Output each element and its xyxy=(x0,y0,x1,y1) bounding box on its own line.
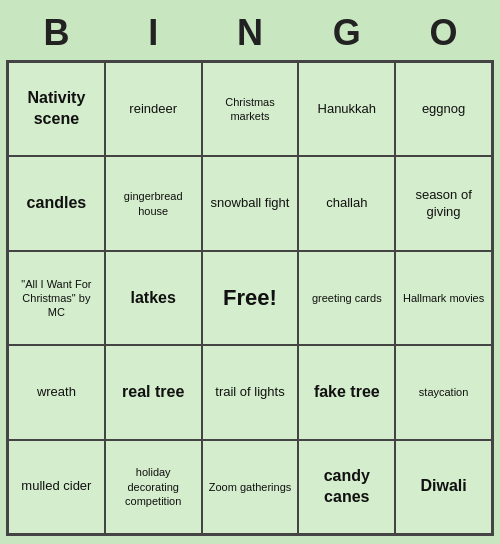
bingo-cell[interactable]: Christmas markets xyxy=(202,62,299,156)
bingo-cell[interactable]: latkes xyxy=(105,251,202,345)
bingo-cell[interactable]: Diwali xyxy=(395,440,492,534)
bingo-cell[interactable]: snowball fight xyxy=(202,156,299,250)
bingo-cell[interactable]: Zoom gatherings xyxy=(202,440,299,534)
bingo-cell[interactable]: reindeer xyxy=(105,62,202,156)
bingo-cell[interactable]: Nativity scene xyxy=(8,62,105,156)
letter-g: G xyxy=(307,12,387,54)
bingo-cell[interactable]: season of giving xyxy=(395,156,492,250)
bingo-cell[interactable]: Free! xyxy=(202,251,299,345)
bingo-cell[interactable]: greeting cards xyxy=(298,251,395,345)
bingo-cell[interactable]: gingerbread house xyxy=(105,156,202,250)
bingo-cell[interactable]: mulled cider xyxy=(8,440,105,534)
bingo-cell[interactable]: trail of lights xyxy=(202,345,299,439)
bingo-cell[interactable]: fake tree xyxy=(298,345,395,439)
letter-i: I xyxy=(113,12,193,54)
bingo-cell[interactable]: candles xyxy=(8,156,105,250)
bingo-cell[interactable]: candy canes xyxy=(298,440,395,534)
bingo-cell[interactable]: staycation xyxy=(395,345,492,439)
letter-b: B xyxy=(16,12,96,54)
bingo-cell[interactable]: holiday decorating competition xyxy=(105,440,202,534)
bingo-cell[interactable]: wreath xyxy=(8,345,105,439)
bingo-title: B I N G O xyxy=(8,8,492,60)
letter-o: O xyxy=(404,12,484,54)
bingo-cell[interactable]: Hallmark movies xyxy=(395,251,492,345)
bingo-cell[interactable]: Hanukkah xyxy=(298,62,395,156)
bingo-cell[interactable]: eggnog xyxy=(395,62,492,156)
bingo-grid: Nativity scenereindeerChristmas marketsH… xyxy=(6,60,494,536)
bingo-cell[interactable]: challah xyxy=(298,156,395,250)
bingo-cell[interactable]: real tree xyxy=(105,345,202,439)
letter-n: N xyxy=(210,12,290,54)
bingo-cell[interactable]: "All I Want For Christmas" by MC xyxy=(8,251,105,345)
